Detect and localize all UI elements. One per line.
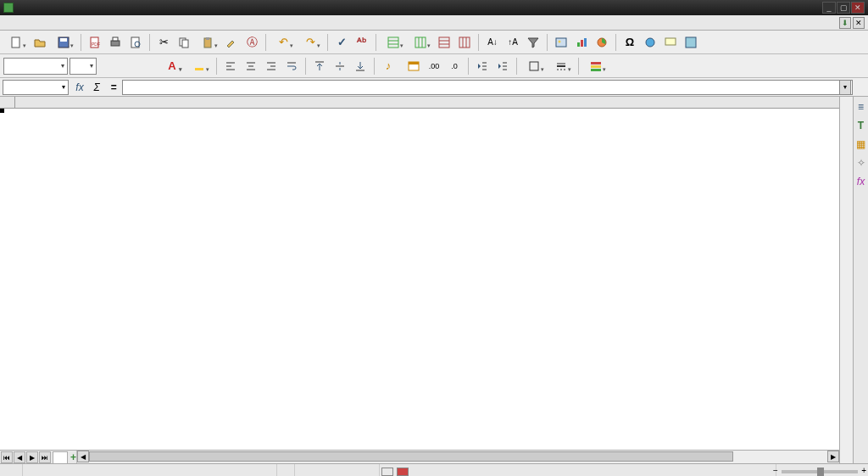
svg-rect-28 bbox=[581, 40, 583, 47]
border-style-button[interactable] bbox=[548, 57, 574, 76]
autospell-button[interactable]: ᴬᵇ bbox=[353, 33, 371, 52]
column-button[interactable] bbox=[408, 33, 433, 52]
sheet-tab-active[interactable] bbox=[53, 451, 68, 463]
grid-body[interactable] bbox=[0, 109, 839, 450]
special-char-button[interactable]: Ω bbox=[620, 33, 639, 52]
borders-button[interactable] bbox=[521, 57, 547, 76]
align-right-button[interactable] bbox=[262, 57, 281, 76]
copy-button[interactable] bbox=[175, 33, 193, 52]
horizontal-scrollbar[interactable]: ◀ ▶ bbox=[76, 451, 839, 463]
add-sheet-button[interactable]: + bbox=[70, 451, 76, 463]
formula-expand-button[interactable]: ▾ bbox=[839, 80, 851, 95]
paste-button[interactable] bbox=[195, 33, 220, 52]
open-button[interactable] bbox=[31, 33, 49, 52]
formula-input[interactable] bbox=[122, 80, 853, 95]
svg-rect-5 bbox=[111, 41, 120, 46]
insert-chart-button[interactable] bbox=[572, 33, 591, 52]
svg-text:PDF: PDF bbox=[92, 42, 100, 47]
align-center-button[interactable] bbox=[242, 57, 260, 76]
save-button[interactable] bbox=[51, 33, 76, 52]
select-all-corner[interactable] bbox=[0, 97, 15, 108]
maximize-button[interactable]: ▢ bbox=[837, 2, 850, 14]
valign-bottom-button[interactable] bbox=[351, 57, 370, 76]
bold-button[interactable] bbox=[98, 57, 117, 76]
sort-asc-button[interactable]: A↓ bbox=[483, 33, 502, 52]
underline-button[interactable] bbox=[139, 57, 158, 76]
increase-indent-button[interactable] bbox=[493, 57, 512, 76]
highlight-color-button[interactable] bbox=[186, 57, 212, 76]
pivot-button[interactable] bbox=[593, 33, 611, 52]
svg-rect-13 bbox=[388, 37, 398, 48]
app-icon bbox=[3, 3, 14, 13]
tab-first-button[interactable]: ⏮ bbox=[1, 451, 13, 463]
sidebar-functions-icon[interactable]: fx bbox=[854, 175, 868, 188]
svg-rect-56 bbox=[530, 62, 538, 70]
sidebar-styles-icon[interactable]: T bbox=[854, 119, 868, 132]
new-button[interactable] bbox=[3, 33, 29, 52]
autofilter-button[interactable] bbox=[524, 33, 542, 52]
font-name-select[interactable]: ▾ bbox=[3, 58, 68, 75]
selection-mode-icon[interactable] bbox=[397, 468, 409, 476]
print-button[interactable] bbox=[106, 33, 125, 52]
row-button[interactable] bbox=[381, 33, 406, 52]
conditional-format-button[interactable] bbox=[583, 57, 609, 76]
sidebar-properties-icon[interactable]: ≡ bbox=[854, 100, 868, 114]
sidebar: ≡ T ▦ ✧ fx bbox=[853, 97, 868, 463]
comment-button[interactable] bbox=[661, 33, 680, 52]
currency-button[interactable]: ♪ bbox=[379, 57, 398, 76]
close-doc-icon[interactable]: ✕ bbox=[853, 17, 865, 29]
tab-next-button[interactable]: ▶ bbox=[26, 451, 38, 463]
name-box[interactable]: ▾ bbox=[3, 80, 69, 95]
valign-middle-button[interactable] bbox=[331, 57, 349, 76]
titlebar: _ ▢ ✕ bbox=[0, 0, 868, 15]
close-button[interactable]: ✕ bbox=[851, 2, 865, 14]
svg-rect-62 bbox=[591, 69, 601, 71]
minimize-button[interactable]: _ bbox=[822, 2, 836, 14]
insert-table3-button[interactable] bbox=[455, 33, 474, 52]
wrap-text-button[interactable] bbox=[282, 57, 301, 76]
headers-footers-button[interactable] bbox=[682, 33, 700, 52]
font-size-select[interactable]: ▾ bbox=[70, 58, 97, 75]
spreadsheet[interactable]: ⏮ ◀ ▶ ⏭ + ◀ ▶ bbox=[0, 97, 839, 463]
redo-button[interactable]: ↷ bbox=[298, 33, 323, 52]
formatting-toolbar: ▾ ▾ A ♪ .00 .0 bbox=[0, 54, 868, 78]
date-format-button[interactable] bbox=[404, 57, 423, 76]
zoom-slider[interactable]: − + bbox=[782, 470, 858, 473]
cut-button[interactable]: ✂ bbox=[154, 33, 173, 52]
update-icon[interactable]: ⬇ bbox=[839, 17, 851, 29]
decrease-indent-button[interactable] bbox=[473, 57, 492, 76]
italic-button[interactable] bbox=[119, 57, 137, 76]
hyperlink-button[interactable] bbox=[641, 33, 659, 52]
remove-decimal-button[interactable]: .0 bbox=[445, 57, 464, 76]
status-page-style[interactable] bbox=[277, 464, 295, 476]
svg-rect-22 bbox=[459, 37, 470, 48]
function-wizard-button[interactable]: fx bbox=[71, 80, 88, 95]
svg-rect-25 bbox=[556, 38, 566, 47]
sidebar-gallery-icon[interactable]: ▦ bbox=[854, 137, 868, 151]
align-left-button[interactable] bbox=[221, 57, 240, 76]
sort-desc-button[interactable]: ↑A bbox=[504, 33, 522, 52]
tab-last-button[interactable]: ⏭ bbox=[39, 451, 51, 463]
function-button[interactable]: = bbox=[105, 80, 122, 95]
vertical-scrollbar[interactable] bbox=[839, 97, 853, 463]
add-decimal-button[interactable]: .00 bbox=[425, 57, 443, 76]
svg-rect-19 bbox=[439, 37, 449, 48]
font-color-button[interactable]: A bbox=[159, 57, 185, 76]
insert-image-button[interactable] bbox=[552, 33, 570, 52]
svg-rect-6 bbox=[113, 37, 118, 41]
svg-rect-16 bbox=[415, 37, 426, 48]
svg-rect-34 bbox=[195, 68, 203, 70]
tab-prev-button[interactable]: ◀ bbox=[14, 451, 25, 463]
clear-formatting-button[interactable]: Ⓐ bbox=[242, 33, 261, 52]
export-pdf-button[interactable]: PDF bbox=[86, 33, 104, 52]
valign-top-button[interactable] bbox=[310, 57, 329, 76]
sum-button[interactable]: Σ bbox=[88, 80, 105, 95]
undo-button[interactable]: ↶ bbox=[270, 33, 296, 52]
insert-mode-icon[interactable] bbox=[381, 468, 393, 476]
print-preview-button[interactable] bbox=[126, 33, 145, 52]
spellcheck-button[interactable]: ✓ bbox=[332, 33, 351, 52]
statusbar: − + bbox=[0, 463, 868, 476]
insert-table2-button[interactable] bbox=[435, 33, 453, 52]
sidebar-navigator-icon[interactable]: ✧ bbox=[854, 156, 868, 170]
format-paintbrush-button[interactable] bbox=[222, 33, 241, 52]
